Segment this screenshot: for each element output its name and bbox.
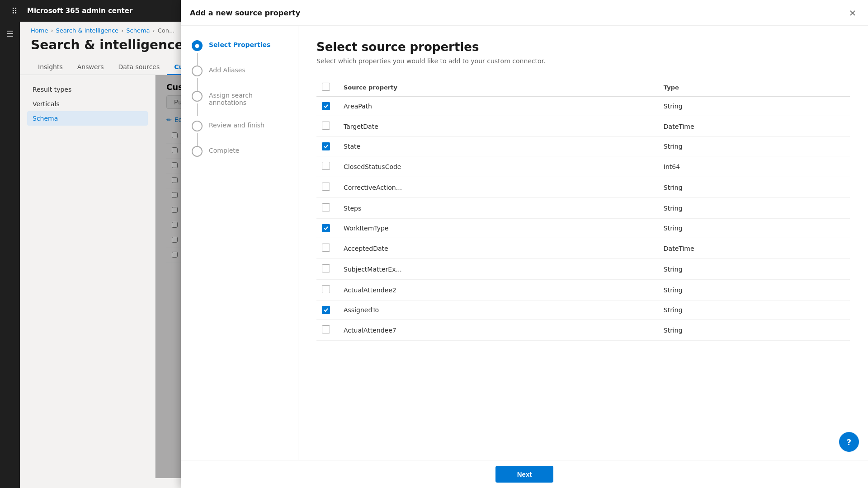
next-button[interactable]: Next <box>495 466 554 483</box>
row-type-3: Int64 <box>658 156 850 177</box>
row-type-7: DateTime <box>658 238 850 259</box>
properties-subtitle: Select which properties you would like t… <box>316 57 850 65</box>
row-type-8: String <box>658 259 850 280</box>
left-panel: Result types Verticals Schema <box>20 75 156 478</box>
properties-title: Select source properties <box>316 40 850 54</box>
tab-insights[interactable]: Insights <box>31 60 70 75</box>
step-circle-3 <box>192 91 203 102</box>
step-circle-5 <box>192 146 203 157</box>
row-checkbox-0[interactable] <box>322 102 330 110</box>
table-row: AreaPathString <box>316 96 850 116</box>
table-row: ClosedStatusCodeInt64 <box>316 156 850 177</box>
breadcrumb-sep2: › <box>121 27 123 34</box>
table-row: SubjectMatterEx...String <box>316 259 850 280</box>
table-row: CorrectiveAction...String <box>316 177 850 198</box>
table-row: ActualAttendee7String <box>316 320 850 341</box>
row-checkbox-1[interactable] <box>322 122 330 130</box>
row-property-7: AcceptedDate <box>338 238 658 259</box>
table-row: WorkItemTypeString <box>316 219 850 238</box>
step-circle-4 <box>192 121 203 131</box>
nav-schema[interactable]: Schema <box>27 111 148 126</box>
table-row: TargetDateDateTime <box>316 116 850 137</box>
row-checkbox-4[interactable] <box>322 183 330 191</box>
step-assign-annotations: Assign search annotations <box>192 91 287 106</box>
row-type-10: String <box>658 300 850 320</box>
breadcrumb-schema[interactable]: Schema <box>126 27 150 34</box>
row-checkbox-2[interactable] <box>322 142 330 150</box>
row-property-3: ClosedStatusCode <box>338 156 658 177</box>
row-type-2: String <box>658 137 850 156</box>
row-type-4: String <box>658 177 850 198</box>
row-property-5: Steps <box>338 198 658 219</box>
nav-verticals[interactable]: Verticals <box>27 97 148 111</box>
row-property-10: AssignedTo <box>338 300 658 320</box>
row-type-11: String <box>658 320 850 341</box>
help-fab-button[interactable]: ? <box>839 432 859 452</box>
col-source-property: Source property <box>338 79 658 96</box>
table-row: ActualAttendee2String <box>316 280 850 300</box>
row-checkbox-7[interactable] <box>322 244 330 252</box>
step-label-1: Select Properties <box>209 40 270 48</box>
step-label-5: Complete <box>209 146 239 154</box>
breadcrumb-current: Con... <box>158 27 175 34</box>
step-review-finish: Review and finish <box>192 121 287 131</box>
row-property-2: State <box>338 137 658 156</box>
modal-close-button[interactable]: × <box>846 6 859 19</box>
modal-panel: Add a new source property × ● Select Pro… <box>181 0 868 488</box>
step-complete: Complete <box>192 146 287 157</box>
step-label-4: Review and finish <box>209 121 264 129</box>
sidebar: ☰ <box>0 22 20 488</box>
step-circle-1: ● <box>192 40 203 51</box>
modal-header: Add a new source property × <box>181 0 868 26</box>
row-property-8: SubjectMatterEx... <box>338 259 658 280</box>
row-checkbox-6[interactable] <box>322 224 330 232</box>
row-checkbox-3[interactable] <box>322 162 330 170</box>
table-row: StepsString <box>316 198 850 219</box>
row-property-4: CorrectiveAction... <box>338 177 658 198</box>
row-type-9: String <box>658 280 850 300</box>
waffle-icon[interactable]: ⠿ <box>7 6 22 16</box>
wizard-steps: ● Select Properties Add Aliases Assign s… <box>181 26 298 460</box>
col-type: Type <box>658 79 850 96</box>
table-row: StateString <box>316 137 850 156</box>
row-property-0: AreaPath <box>338 96 658 116</box>
row-type-6: String <box>658 219 850 238</box>
table-row: AcceptedDateDateTime <box>316 238 850 259</box>
select-all-checkbox[interactable] <box>322 83 330 91</box>
row-property-6: WorkItemType <box>338 219 658 238</box>
tab-data-sources[interactable]: Data sources <box>111 60 167 75</box>
breadcrumb-sep1: › <box>51 27 53 34</box>
table-row: AssignedToString <box>316 300 850 320</box>
row-type-0: String <box>658 96 850 116</box>
row-checkbox-11[interactable] <box>322 325 330 333</box>
breadcrumb-home[interactable]: Home <box>31 27 48 34</box>
step-circle-2 <box>192 66 203 76</box>
row-property-1: TargetDate <box>338 116 658 137</box>
row-type-1: DateTime <box>658 116 850 137</box>
tab-answers[interactable]: Answers <box>70 60 111 75</box>
step-add-aliases: Add Aliases <box>192 66 287 76</box>
row-type-5: String <box>658 198 850 219</box>
step-select-properties: ● Select Properties <box>192 40 287 51</box>
nav-result-types[interactable]: Result types <box>27 82 148 97</box>
row-checkbox-10[interactable] <box>322 306 330 314</box>
step-label-2: Add Aliases <box>209 66 245 74</box>
properties-panel: Select source properties Select which pr… <box>298 26 868 460</box>
modal-body: ● Select Properties Add Aliases Assign s… <box>181 26 868 460</box>
modal-footer: Next <box>181 460 868 488</box>
row-checkbox-9[interactable] <box>322 285 330 293</box>
step-label-3: Assign search annotations <box>209 91 287 106</box>
hamburger-icon[interactable]: ☰ <box>2 25 18 42</box>
modal-title: Add a new source property <box>190 9 300 17</box>
breadcrumb-search-intelligence[interactable]: Search & intelligence <box>56 27 118 34</box>
row-checkbox-8[interactable] <box>322 264 330 272</box>
row-property-9: ActualAttendee2 <box>338 280 658 300</box>
breadcrumb-sep3: › <box>153 27 155 34</box>
row-property-11: ActualAttendee7 <box>338 320 658 341</box>
properties-table: Source property Type AreaPathStringTarge… <box>316 79 850 341</box>
row-checkbox-5[interactable] <box>322 203 330 211</box>
